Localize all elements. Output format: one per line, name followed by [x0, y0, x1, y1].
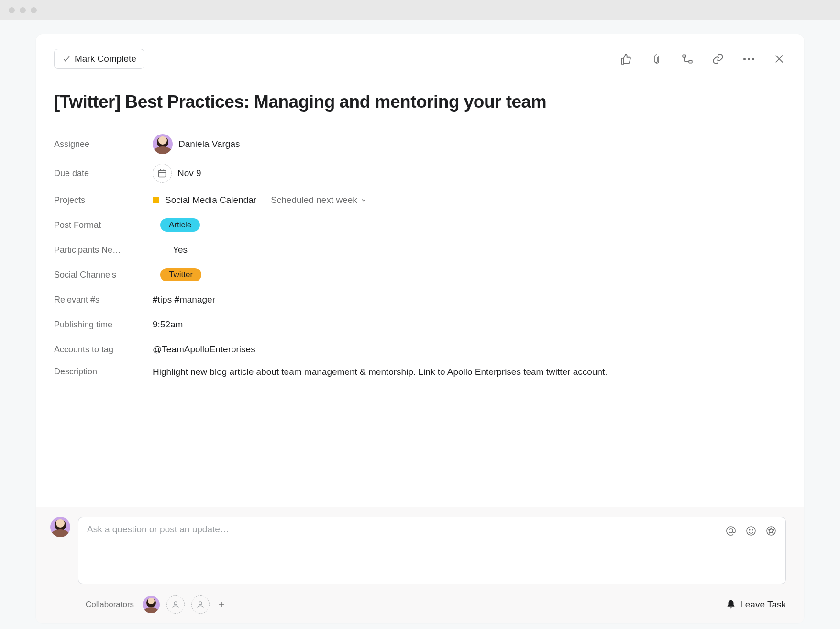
project-section-label: Scheduled next week	[271, 195, 357, 205]
task-footer: Collaborators Leave Task	[36, 507, 804, 623]
paperclip-icon	[651, 53, 663, 65]
attachment-button[interactable]	[650, 52, 663, 66]
task-title[interactable]: [Twitter] Best Practices: Managing and m…	[54, 92, 786, 112]
collaborators-left: Collaborators	[86, 595, 227, 614]
collaborators-row: Collaborators Leave Task	[50, 595, 786, 614]
field-label-relevant-hashtags: Relevant #s	[54, 295, 153, 305]
post-format-pill: Article	[160, 218, 200, 232]
window-dot	[31, 7, 37, 13]
publishing-time-value[interactable]: 9:52am	[153, 319, 183, 330]
mention-icon[interactable]	[725, 525, 737, 537]
task-toolbar: Mark Complete	[54, 49, 786, 69]
window-dot	[20, 7, 26, 13]
plus-icon	[217, 600, 226, 609]
window-dot	[9, 7, 15, 13]
chevron-down-icon	[360, 197, 367, 203]
svg-rect-1	[689, 60, 692, 63]
subtask-button[interactable]	[681, 52, 694, 66]
field-label-accounts-to-tag: Accounts to tag	[54, 345, 153, 355]
project-color-dot	[153, 197, 159, 203]
close-button[interactable]	[773, 52, 786, 66]
field-label-due-date: Due date	[54, 168, 153, 179]
field-social-channels: Social Channels Twitter	[54, 262, 786, 287]
field-due-date: Due date Nov 9	[54, 159, 786, 188]
toolbar-actions	[619, 52, 786, 66]
field-label-participants: Participants Ne…	[54, 245, 153, 255]
person-icon	[196, 600, 205, 609]
description-text: Highlight new blog article about team ma…	[153, 367, 608, 377]
check-icon	[62, 55, 71, 63]
assignee-value[interactable]: Daniela Vargas	[153, 134, 240, 154]
field-description: Description Highlight new blog article a…	[54, 362, 786, 387]
field-label-publishing-time: Publishing time	[54, 320, 153, 330]
field-label-post-format: Post Format	[54, 220, 153, 230]
svg-point-10	[749, 529, 750, 530]
field-assignee: Assignee Daniela Vargas	[54, 129, 786, 159]
collaborator-avatar[interactable]	[143, 596, 160, 613]
svg-point-14	[199, 602, 202, 605]
svg-rect-4	[159, 170, 166, 177]
collaborators-label: Collaborators	[86, 600, 134, 609]
comment-input[interactable]	[87, 524, 725, 535]
project-name[interactable]: Social Media Calendar	[165, 195, 256, 205]
task-pane: Mark Complete	[36, 34, 804, 623]
emoji-icon[interactable]	[745, 525, 757, 537]
ellipsis-icon	[743, 58, 754, 60]
publishing-time-text: 9:52am	[153, 319, 183, 330]
leave-task-button[interactable]: Leave Task	[726, 599, 786, 610]
bell-icon	[726, 599, 736, 610]
social-channels-value[interactable]: Twitter	[153, 268, 201, 281]
assignee-name: Daniela Vargas	[178, 139, 240, 149]
field-post-format: Post Format Article	[54, 213, 786, 237]
mark-complete-button[interactable]: Mark Complete	[54, 49, 144, 69]
close-icon	[774, 54, 785, 64]
mark-complete-label: Mark Complete	[75, 54, 136, 64]
add-collaborator-button[interactable]	[216, 599, 227, 610]
project-section-dropdown[interactable]: Scheduled next week	[271, 195, 367, 205]
current-user-avatar	[50, 517, 70, 537]
field-projects: Projects Social Media Calendar Scheduled…	[54, 188, 786, 213]
description-value[interactable]: Highlight new blog article about team ma…	[153, 367, 786, 377]
more-actions-button[interactable]	[742, 52, 755, 66]
projects-value: Social Media Calendar Scheduled next wee…	[153, 195, 367, 205]
link-icon	[712, 53, 724, 65]
field-label-description: Description	[54, 367, 153, 377]
svg-point-13	[174, 602, 177, 605]
subtask-icon	[681, 53, 694, 65]
comment-toolbar	[725, 524, 777, 537]
copy-link-button[interactable]	[711, 52, 725, 66]
collaborator-placeholder[interactable]	[191, 595, 210, 614]
avatar	[153, 134, 173, 154]
comment-box[interactable]	[78, 517, 786, 584]
participants-value[interactable]: Yes	[153, 245, 188, 255]
due-date-text: Nov 9	[177, 168, 201, 179]
post-format-value[interactable]: Article	[153, 218, 200, 232]
svg-point-8	[729, 529, 733, 533]
leave-task-label: Leave Task	[740, 599, 786, 610]
svg-point-11	[752, 529, 753, 530]
relevant-hashtags-text: #tips #manager	[153, 294, 215, 305]
calendar-icon	[157, 168, 167, 178]
field-accounts-to-tag: Accounts to tag @TeamApolloEnterprises	[54, 337, 786, 362]
field-label-projects: Projects	[54, 195, 153, 205]
comment-row	[50, 517, 786, 584]
social-channel-pill: Twitter	[160, 268, 201, 281]
field-publishing-time: Publishing time 9:52am	[54, 312, 786, 337]
field-label-assignee: Assignee	[54, 139, 153, 149]
accounts-to-tag-text: @TeamApolloEnterprises	[153, 344, 255, 355]
thumbs-up-icon	[620, 53, 632, 65]
field-label-social-channels: Social Channels	[54, 270, 153, 280]
field-participants-needed: Participants Ne… Yes	[54, 237, 786, 262]
svg-point-9	[747, 527, 755, 535]
appreciation-icon[interactable]	[765, 525, 777, 537]
field-relevant-hashtags: Relevant #s #tips #manager	[54, 287, 786, 312]
due-date-value[interactable]: Nov 9	[153, 164, 201, 183]
accounts-to-tag-value[interactable]: @TeamApolloEnterprises	[153, 344, 255, 355]
browser-chrome	[0, 0, 840, 20]
relevant-hashtags-value[interactable]: #tips #manager	[153, 294, 215, 305]
svg-rect-0	[683, 55, 686, 57]
date-picker-button[interactable]	[153, 164, 172, 183]
collaborator-placeholder[interactable]	[166, 595, 185, 614]
like-button[interactable]	[619, 52, 633, 66]
participants-text: Yes	[173, 245, 188, 255]
